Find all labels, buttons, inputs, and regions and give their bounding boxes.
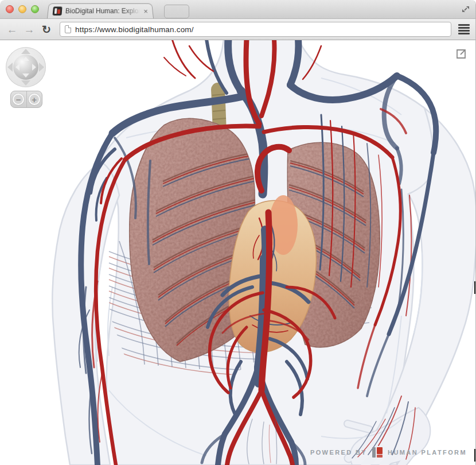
zoom-window-button[interactable] xyxy=(31,5,39,13)
tab-title: BioDigital Human: Explore xyxy=(65,7,140,15)
url-text[interactable]: https://www.biodigitalhuman.com/ xyxy=(75,25,194,34)
zoom-in-button[interactable]: + xyxy=(26,91,42,107)
plus-icon: + xyxy=(29,94,40,105)
share-external-link-icon[interactable] xyxy=(455,48,467,60)
powered-by-label: POWERED BY xyxy=(310,449,367,456)
anatomy-3d-viewport[interactable] xyxy=(0,40,476,465)
powered-by-branding: POWERED BY HUMAN PLATFORM xyxy=(310,447,467,458)
orbit-left-icon xyxy=(15,64,19,71)
chrome-menu-button[interactable] xyxy=(457,23,471,36)
pan-left-icon[interactable] xyxy=(7,63,13,72)
address-bar[interactable]: https://www.biodigitalhuman.com/ xyxy=(60,22,451,37)
pan-up-icon[interactable] xyxy=(21,49,30,54)
zoom-controls: − + xyxy=(10,91,42,108)
minimize-window-button[interactable] xyxy=(18,5,26,13)
tab-close-icon[interactable]: × xyxy=(143,7,149,15)
new-tab-button[interactable] xyxy=(164,5,189,18)
titlebar: BioDigital Human: Explore × xyxy=(0,0,475,18)
pan-down-icon[interactable] xyxy=(21,80,30,86)
biodigital-logo-icon xyxy=(372,447,383,458)
zoom-out-button[interactable]: − xyxy=(11,91,26,107)
back-button[interactable]: ← xyxy=(5,24,19,35)
heart-atrium xyxy=(269,195,298,255)
browser-window: BioDigital Human: Explore × ← → ↻ https:… xyxy=(0,0,476,465)
page-icon xyxy=(65,25,71,33)
pan-right-icon[interactable] xyxy=(39,63,44,72)
orbit-up-icon xyxy=(22,57,29,61)
pan-orbit-control[interactable] xyxy=(6,47,46,87)
orbit-right-icon xyxy=(32,64,36,71)
orbit-sphere[interactable] xyxy=(13,55,38,80)
viewer-content: − + POWERED BY HUMAN PLATFORM xyxy=(0,40,476,465)
refresh-button[interactable]: ↻ xyxy=(39,24,54,35)
minus-icon: − xyxy=(13,94,24,105)
orbit-down-icon xyxy=(22,73,29,78)
fullscreen-resize-icon[interactable] xyxy=(461,4,471,14)
human-platform-label: HUMAN PLATFORM xyxy=(388,449,467,456)
close-window-button[interactable] xyxy=(6,5,14,13)
biodigital-favicon-icon xyxy=(52,7,62,16)
forward-button[interactable]: → xyxy=(22,24,37,35)
browser-toolbar: ← → ↻ https://www.biodigitalhuman.com/ xyxy=(0,18,475,40)
browser-tab[interactable]: BioDigital Human: Explore × xyxy=(47,3,154,18)
